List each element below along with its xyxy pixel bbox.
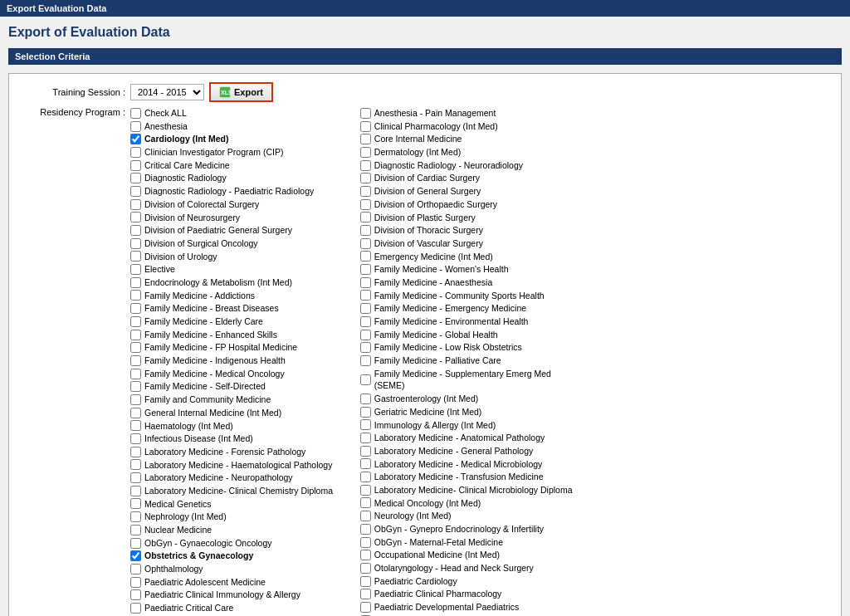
program-checkbox-family_emergency[interactable] — [360, 303, 371, 314]
program-checkbox-family_self[interactable] — [130, 381, 141, 392]
program-checkbox-family_global[interactable] — [360, 330, 371, 340]
program-checkbox-obgyn_repro_endo[interactable] — [360, 524, 371, 535]
program-checkbox-lab_med_microbiology[interactable] — [360, 458, 371, 469]
list-item: Diagnostic Radiology — [130, 172, 344, 184]
program-checkbox-family_addictions[interactable] — [130, 290, 141, 301]
program-checkbox-emergency_med[interactable] — [360, 251, 371, 262]
program-checkbox-check_all[interactable] — [130, 108, 141, 119]
program-checkbox-lab_neuropathology[interactable] — [130, 472, 141, 483]
program-checkbox-family_suppl_emerg[interactable] — [360, 374, 371, 385]
program-checkbox-div_neurosurgery[interactable] — [130, 212, 141, 222]
list-item: Paediatric Clinical Pharmacology — [360, 588, 574, 600]
program-checkbox-obstetrics[interactable] — [130, 550, 141, 561]
program-checkbox-clinician_inv[interactable] — [130, 147, 141, 158]
list-item: Division of Urology — [130, 251, 344, 263]
program-checkbox-lab_clin_chem[interactable] — [130, 486, 141, 496]
program-checkbox-paed_critical[interactable] — [130, 603, 141, 614]
program-label: Family and Community Medicine — [144, 394, 271, 406]
program-checkbox-paed_dev_paed[interactable] — [360, 602, 371, 613]
program-checkbox-div_plastic[interactable] — [360, 212, 371, 222]
program-checkbox-cardiology[interactable] — [130, 134, 141, 144]
window-titlebar: Export Evaluation Data — [0, 0, 850, 17]
list-item: Gastroenterology (Int Med) — [360, 393, 574, 405]
program-label: Endocrinology & Metabolism (Int Med) — [144, 276, 292, 289]
program-label: Family Medicine - Palliative Care — [374, 354, 501, 367]
program-checkbox-div_paed_gen[interactable] — [130, 225, 141, 236]
program-checkbox-family_palliative[interactable] — [360, 355, 371, 366]
program-checkbox-paed_adolescent[interactable] — [130, 577, 141, 588]
program-checkbox-family_env_health[interactable] — [360, 316, 371, 327]
program-checkbox-lab_haematopathology[interactable] — [130, 459, 141, 470]
program-checkbox-immunology_allergy[interactable] — [360, 419, 371, 430]
program-checkbox-core_int_med[interactable] — [360, 134, 371, 144]
program-checkbox-haematology[interactable] — [130, 420, 141, 431]
program-checkbox-gastroenterology[interactable] — [360, 394, 371, 404]
program-checkbox-div_colorectal[interactable] — [130, 199, 141, 210]
program-checkbox-med_oncology[interactable] — [360, 497, 371, 508]
program-checkbox-gen_internal[interactable] — [130, 408, 141, 418]
program-checkbox-family_indigenous[interactable] — [130, 355, 141, 366]
program-label: Critical Care Medicine — [144, 159, 230, 172]
list-item: ObGyn - Gynepro Endocrinology & Infertil… — [360, 523, 574, 535]
program-checkbox-family_fp_hosp[interactable] — [130, 342, 141, 353]
program-checkbox-anesthesia[interactable] — [130, 121, 141, 132]
training-session-label: Training Session : — [17, 87, 125, 97]
program-checkbox-diagnostic_rad[interactable] — [130, 173, 141, 183]
program-checkbox-occupational_med[interactable] — [360, 550, 371, 560]
program-checkbox-nuclear_med[interactable] — [130, 525, 141, 535]
residency-program-label: Residency Program : — [17, 107, 125, 117]
program-checkbox-anesth_pain[interactable] — [360, 108, 371, 119]
list-item: Division of Neurosurgery — [130, 212, 344, 224]
program-checkbox-nephrology[interactable] — [130, 511, 141, 522]
program-checkbox-dermatology[interactable] — [360, 147, 371, 158]
program-checkbox-paed_clin_pharm[interactable] — [360, 589, 371, 599]
program-checkbox-diag_rad_paed[interactable] — [130, 186, 141, 197]
program-checkbox-obgyn_maternal[interactable] — [360, 537, 371, 548]
program-checkbox-div_vascular[interactable] — [360, 238, 371, 249]
program-checkbox-div_cardiac[interactable] — [360, 173, 371, 183]
program-checkbox-clin_pharmacology[interactable] — [360, 121, 371, 132]
training-session-select[interactable]: 2014 - 20152013 - 20142012 - 2013 — [130, 84, 204, 100]
program-label: Anesthesia — [144, 120, 188, 133]
program-checkbox-paed_clin_immuno[interactable] — [130, 589, 141, 600]
program-checkbox-endo_metab[interactable] — [130, 277, 141, 288]
list-item: ObGyn - Maternal-Fetal Medicine — [360, 536, 574, 549]
export-button[interactable]: XLS Export — [209, 82, 273, 102]
program-checkbox-ophthalmology[interactable] — [130, 564, 141, 574]
program-checkbox-div_urology[interactable] — [130, 251, 141, 262]
list-item: Family Medicine - Self-Directed — [130, 380, 344, 393]
list-item: Family and Community Medicine — [130, 394, 344, 406]
program-checkbox-critical_care[interactable] — [130, 160, 141, 171]
program-checkbox-paed_cardiology[interactable] — [360, 576, 371, 587]
program-label: Family Medicine - Environmental Health — [374, 315, 529, 328]
program-checkbox-family_community[interactable] — [130, 394, 141, 405]
program-checkbox-family_breast[interactable] — [130, 303, 141, 314]
program-checkbox-elective[interactable] — [130, 264, 141, 275]
program-checkbox-geriatric_med[interactable] — [360, 407, 371, 418]
program-checkbox-lab_transfusion[interactable] — [360, 472, 371, 482]
list-item: Division of Thoracic Surgery — [360, 224, 574, 237]
program-checkbox-lab_anatomical[interactable] — [360, 433, 371, 443]
program-checkbox-obgyn_gynec_onc[interactable] — [130, 538, 141, 549]
program-checkbox-medical_genetics[interactable] — [130, 498, 141, 509]
program-checkbox-otolaryngology[interactable] — [360, 563, 371, 574]
program-checkbox-diag_rad_neuro[interactable] — [360, 160, 371, 171]
program-checkbox-lab_forensic[interactable] — [130, 447, 141, 457]
program-label: Haematology (Int Med) — [144, 420, 233, 433]
program-checkbox-family_community_sports[interactable] — [360, 290, 371, 301]
program-checkbox-div_orthopaedic[interactable] — [360, 199, 371, 210]
program-checkbox-lab_clin_micro_diploma[interactable] — [360, 485, 371, 496]
program-checkbox-family_elderly[interactable] — [130, 316, 141, 327]
program-checkbox-neurology[interactable] — [360, 511, 371, 521]
program-checkbox-family_enhanced[interactable] — [130, 330, 141, 340]
program-checkbox-infectious_dis[interactable] — [130, 433, 141, 444]
program-checkbox-lab_general_path[interactable] — [360, 446, 371, 457]
program-checkbox-div_general[interactable] — [360, 186, 371, 197]
program-checkbox-div_surgical_onc[interactable] — [130, 238, 141, 249]
list-item: General Internal Medicine (Int Med) — [130, 407, 344, 419]
program-checkbox-family_low_risk_obs[interactable] — [360, 342, 371, 353]
program-checkbox-family_womens[interactable] — [360, 264, 371, 275]
program-checkbox-family_med_onc[interactable] — [130, 369, 141, 379]
program-checkbox-family_anaesthesia[interactable] — [360, 277, 371, 288]
program-checkbox-div_thoracic[interactable] — [360, 225, 371, 236]
